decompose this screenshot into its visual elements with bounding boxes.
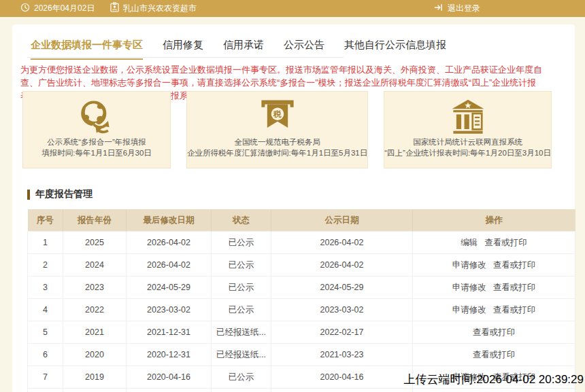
cell-actions: 查看或打印 xyxy=(413,321,575,344)
cell-year: 2021 xyxy=(63,321,127,344)
company-name: 乳山市兴农农资超市 xyxy=(123,3,197,14)
cell-actions: 申请修改查看或打印 xyxy=(413,254,575,277)
section-marker xyxy=(27,190,30,200)
system-cards: 公示系统“多报合一”年报填报 填报时间:每年1月1日至6月30日 税 全国统一规… xyxy=(22,91,552,168)
cell-modified: 2026-04-02 xyxy=(127,254,212,277)
table-row: 4 2022 2023-03-02 已公示 2023-03-02 申请修改查看或… xyxy=(28,299,575,321)
cell-publish-date: 2024-05-29 xyxy=(271,277,413,299)
card-title: 国家统计局统计云联网直报系统 xyxy=(413,137,522,147)
col-actions: 操作 xyxy=(413,209,575,232)
tab-divider xyxy=(27,57,344,58)
svg-text:税: 税 xyxy=(273,109,282,119)
request-modify-link[interactable]: 申请修改 xyxy=(452,305,486,315)
cell-publish-date: 2026-04-02 xyxy=(271,232,413,254)
view-print-link[interactable]: 查看或打印 xyxy=(493,260,536,270)
cell-seq: 4 xyxy=(28,299,63,321)
cell-publish-date: 2026-04-02 xyxy=(271,254,413,277)
card-title: 公示系统“多报合一”年报填报 xyxy=(47,137,146,147)
section-title: 年度报告管理 xyxy=(35,188,93,200)
cell-status: 已公示 xyxy=(212,232,271,254)
cell-status: 已公示 xyxy=(212,389,271,392)
cell-publish-date: 2019-03-08 xyxy=(271,389,413,392)
view-print-link[interactable]: 查看或打印 xyxy=(484,238,527,247)
cell-year: 2023 xyxy=(63,277,127,299)
card-stats-direct-report[interactable]: 国家统计局统计云联网直报系统 “四上”企业统计报表时间:每年1月20日至3月10… xyxy=(384,91,552,168)
col-publish-date: 公示日期 xyxy=(271,209,413,232)
table-row: 1 2025 2026-04-02 已公示 2026-04-02 编辑查看或打印 xyxy=(28,232,575,254)
topbar-date-group: 2026年04月02日 xyxy=(20,2,95,14)
cell-publish-date: 2023-03-02 xyxy=(271,299,413,321)
upload-cloud-timestamp: 上传云端时间:2026-04-02 20:39:29 xyxy=(403,372,584,387)
view-print-link[interactable]: 查看或打印 xyxy=(473,327,516,337)
col-status: 状态 xyxy=(212,209,271,232)
annual-report-table: 序号 报告年份 最后修改日期 状态 公示日期 操作 1 2025 2026-04… xyxy=(27,209,575,392)
card-annual-report-system[interactable]: 公示系统“多报合一”年报填报 填报时间:每年1月1日至6月30日 xyxy=(22,91,171,168)
card-etax-bureau[interactable]: 税 全国统一规范电子税务局 企业所得税年度汇算清缴时间:每年1月1日至5月31日 xyxy=(186,91,368,168)
cell-year: 2024 xyxy=(63,254,127,277)
cell-year: 2025 xyxy=(63,232,127,254)
scrollbar-track[interactable] xyxy=(575,17,585,392)
clock-icon xyxy=(20,3,30,14)
card-subtitle: 企业所得税年度汇算清缴时间:每年1月1日至5月31日 xyxy=(187,147,367,158)
cell-actions: 申请修改查看或打印 xyxy=(413,389,575,392)
cell-status: 已经报送纸... xyxy=(212,321,271,344)
request-modify-link[interactable]: 申请修改 xyxy=(452,283,486,292)
col-seq: 序号 xyxy=(28,209,63,232)
cell-status: 已公示 xyxy=(212,277,271,299)
section-annual-report-management: 年度报告管理 xyxy=(27,188,93,200)
table-row: 2 2024 2026-04-02 已公示 2026-04-02 申请修改查看或… xyxy=(28,254,575,277)
cell-publish-date: 2021-03-23 xyxy=(271,344,413,366)
cell-status: 已经报送纸... xyxy=(212,344,271,366)
topbar: 2026年04月02日 乳山市兴农农资超市 退出登录 xyxy=(0,0,585,17)
view-print-link[interactable]: 查看或打印 xyxy=(493,283,536,292)
table-row: 5 2021 2021-12-31 已经报送纸... 2022-02-17 查看… xyxy=(28,321,575,344)
cell-actions: 编辑查看或打印 xyxy=(413,232,575,254)
table-row: 3 2023 2024-05-29 已公示 2024-05-29 申请修改查看或… xyxy=(28,277,575,299)
cell-actions: 申请修改查看或打印 xyxy=(413,277,575,299)
tab-other-self-disclosure[interactable]: 其他自行公示信息填报 xyxy=(344,39,446,60)
cell-status: 已公示 xyxy=(212,366,271,389)
cell-actions: 申请修改查看或打印 xyxy=(413,299,575,321)
edit-link[interactable]: 编辑 xyxy=(461,238,478,247)
current-date: 2026年04月02日 xyxy=(34,3,95,14)
globe-sync-icon xyxy=(78,97,115,137)
cell-year: 2022 xyxy=(63,299,127,321)
cell-year: 2020 xyxy=(63,344,127,366)
cell-seq: 8 xyxy=(28,389,63,392)
cell-year: 2019 xyxy=(63,366,127,389)
table-row: 6 2020 2020-12-31 已经报送纸... 2021-03-23 查看… xyxy=(28,344,575,366)
col-year: 报告年份 xyxy=(63,209,127,232)
cell-status: 已公示 xyxy=(212,254,271,277)
cell-modified: 2020-12-31 xyxy=(127,344,212,366)
cell-seq: 5 xyxy=(28,321,63,344)
col-modified: 最后修改日期 xyxy=(127,209,212,232)
tax-banner-icon: 税 xyxy=(259,97,296,137)
cell-modified: 2021-12-31 xyxy=(127,321,212,344)
logout-button[interactable]: 退出登录 xyxy=(433,2,480,14)
cell-seq: 2 xyxy=(28,254,63,277)
card-subtitle: “四上”企业统计报表时间:每年1月20日至3月10日 xyxy=(384,147,551,158)
cell-seq: 7 xyxy=(28,366,63,389)
cell-modified: 2020-04-16 xyxy=(127,366,212,389)
bank-building-icon xyxy=(448,97,488,137)
cell-modified: 2026-04-02 xyxy=(127,232,212,254)
view-print-link[interactable]: 查看或打印 xyxy=(473,350,516,359)
view-print-link[interactable]: 查看或打印 xyxy=(493,305,536,315)
logout-label: 退出登录 xyxy=(448,3,480,14)
cell-seq: 3 xyxy=(28,277,63,299)
cell-seq: 1 xyxy=(28,232,63,254)
cell-modified: 2024-05-29 xyxy=(127,277,212,299)
card-subtitle: 填报时间:每年1月1日至6月30日 xyxy=(41,147,152,158)
company-badge-icon xyxy=(110,2,119,14)
table-row: 8 2018 2019-03-08 已公示 2019-03-08 申请修改查看或… xyxy=(28,389,575,392)
cell-seq: 6 xyxy=(28,344,63,366)
logout-icon xyxy=(433,3,444,14)
cell-year: 2018 xyxy=(63,389,127,392)
cell-modified: 2019-03-08 xyxy=(127,389,212,392)
table-header-row: 序号 报告年份 最后修改日期 状态 公示日期 操作 xyxy=(28,209,575,232)
cell-publish-date: 2022-02-17 xyxy=(271,321,413,344)
cell-modified: 2023-03-02 xyxy=(127,299,212,321)
request-modify-link[interactable]: 申请修改 xyxy=(452,260,486,270)
cell-actions: 查看或打印 xyxy=(413,344,575,366)
card-title: 全国统一规范电子税务局 xyxy=(234,137,320,147)
